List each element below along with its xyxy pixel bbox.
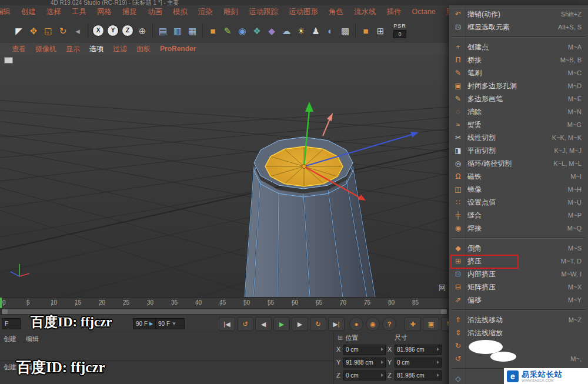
context-menu-item[interactable]: ◫ 镜像 M~H — [449, 183, 588, 196]
context-menu-item[interactable]: ◉ 焊接 M~Q — [449, 222, 588, 235]
context-menu-item[interactable]: ✎ 多边形画笔 M~E — [449, 92, 588, 105]
spinner-icon[interactable] — [381, 360, 383, 364]
y-lock-button[interactable]: Y — [106, 23, 120, 39]
menu-item[interactable]: 插件 — [382, 7, 407, 17]
context-menu-item[interactable]: ⇕ 沿法线缩放 — [449, 326, 588, 339]
menu-item[interactable]: 创建 — [16, 7, 41, 17]
rotate-tool-icon[interactable]: ↻ — [56, 23, 70, 39]
psr-value-field[interactable]: 0 — [393, 30, 406, 38]
size-field[interactable]: 81.986 cm — [395, 345, 442, 355]
menu-item[interactable]: 流水线 — [349, 7, 382, 17]
context-menu-item[interactable]: + 创建点 M~A — [449, 41, 588, 54]
toolbar-separator[interactable] — [85, 23, 91, 39]
autokey-button[interactable]: ◉ — [366, 317, 380, 331]
display-mode-icon[interactable]: ■ — [359, 23, 373, 39]
toolbar-separator[interactable] — [150, 23, 155, 39]
context-menu-item[interactable]: ≈ 熨烫 M~G — [449, 118, 588, 131]
snap-grid-icon[interactable]: ⊞ — [373, 23, 387, 39]
previous-frame-button[interactable]: ◀ — [255, 317, 272, 331]
z-lock-button[interactable]: Z — [121, 23, 135, 39]
context-menu-item[interactable]: ✎ 笔刷 M~C — [449, 66, 588, 79]
keyframe-help-button[interactable]: ? — [382, 317, 396, 331]
context-menu-item[interactable]: ⊡ 内部挤压 M~W, I — [449, 268, 588, 281]
sky-icon[interactable]: ◐ — [323, 23, 338, 39]
primitive-cube-icon[interactable]: ■ — [206, 23, 220, 39]
position-field[interactable]: 0 cm — [343, 370, 386, 380]
position-field[interactable]: 0 cm — [343, 345, 386, 355]
menu-item[interactable]: 脚本 — [441, 7, 449, 17]
context-menu-item[interactable]: Π 桥接 M~B, B — [449, 54, 588, 66]
size-field[interactable]: 0 cm — [395, 358, 442, 368]
context-menu-item[interactable]: ∷ 设置点值 M~U — [449, 196, 588, 209]
viewport[interactable]: 网 — [0, 55, 449, 298]
menu-item[interactable]: 动画 — [142, 7, 168, 17]
context-menu-item[interactable]: ◨ 平面切割 K~J, M~J — [449, 144, 588, 157]
next-key-button[interactable]: ↻ — [310, 317, 326, 331]
spinner-icon[interactable] — [381, 373, 383, 377]
figure-icon[interactable]: ♟ — [309, 23, 323, 39]
menu-item[interactable]: 选择 — [41, 7, 66, 17]
range-start-handle[interactable] — [2, 309, 8, 314]
context-menu-item[interactable]: ⇑ 沿法线移动 M~Z — [449, 313, 588, 326]
context-menu-item[interactable]: ⊟ 矩阵挤压 M~X — [449, 281, 588, 293]
panel-menu-item[interactable]: 创建 — [4, 335, 16, 343]
context-menu-item[interactable]: ╪ 缝合 M~P — [449, 209, 588, 222]
viewport-widget[interactable] — [4, 57, 13, 64]
render-settings-icon[interactable]: ▦ — [185, 23, 199, 39]
context-menu-item[interactable]: Ω 磁铁 M~I — [449, 170, 588, 183]
live-selection-icon[interactable]: ◤ — [12, 23, 26, 39]
viewport-menu-item[interactable]: 显示 — [61, 44, 85, 54]
menu-item[interactable]: 工具 — [66, 7, 92, 17]
spinner-icon[interactable] — [437, 373, 439, 377]
panel-menu-item[interactable]: 编辑 — [26, 335, 39, 343]
dropdown-arrow-icon[interactable]: ▼ — [172, 321, 176, 326]
menu-item[interactable]: 渲染 — [193, 7, 218, 17]
spline-pen-icon[interactable]: ✎ — [220, 23, 235, 39]
x-lock-button[interactable]: X — [91, 23, 105, 39]
menu-item[interactable]: 捕捉 — [117, 7, 142, 17]
viewport-menu-item[interactable]: 摄像机 — [31, 44, 61, 54]
previous-key-button[interactable]: ↺ — [237, 317, 253, 331]
menu-item[interactable]: 运动图形 — [283, 7, 323, 17]
current-frame-marker[interactable] — [0, 298, 2, 308]
context-menu-item[interactable]: ◌ 消除 M~N — [449, 105, 588, 118]
material-icon[interactable]: ▩ — [338, 23, 352, 39]
spinner-icon[interactable] — [381, 348, 383, 351]
toolbar-separator[interactable] — [353, 23, 358, 39]
context-menu-item[interactable]: ◎ 循环/路径切割 K~L, M~L — [449, 157, 588, 170]
toolbar-separator[interactable] — [200, 23, 205, 39]
menu-item[interactable]: Octane — [407, 8, 441, 16]
record-scale-toggle[interactable]: ▣ — [423, 317, 439, 331]
goto-end-button[interactable]: ▶| — [328, 317, 345, 331]
spinner-icon[interactable] — [437, 348, 439, 351]
mograph-icon[interactable]: ❖ — [250, 23, 264, 39]
gizmo-center-handle[interactable] — [302, 165, 306, 169]
record-position-toggle[interactable]: ✚ — [405, 317, 421, 331]
menu-item[interactable]: 模拟 — [168, 7, 193, 17]
context-menu-item[interactable]: ◆ 倒角 M~S — [449, 242, 588, 255]
panel-menu-item[interactable]: 创建 — [4, 363, 16, 372]
viewport-menu-prorender[interactable]: ProRender — [155, 45, 201, 53]
context-menu-item[interactable]: ⊡ 框显选取元素 Alt+S, S — [449, 21, 588, 34]
move-tool-icon[interactable]: ✥ — [26, 23, 41, 39]
size-field[interactable]: 81.986 cm — [395, 370, 442, 380]
site-logo[interactable]: e 易采站长站 WWW.EASCK.COM — [504, 368, 588, 384]
context-menu-item[interactable]: ↺ M~, — [449, 352, 588, 365]
menu-item[interactable]: 编辑 — [0, 7, 16, 17]
field-arrow-icon[interactable]: ▶ — [149, 321, 153, 326]
menu-item[interactable]: 网格 — [92, 7, 117, 17]
environment-icon[interactable]: ☁ — [279, 23, 293, 39]
spinner-icon[interactable] — [437, 360, 439, 364]
menu-item[interactable]: 雕刻 — [218, 7, 243, 17]
menu-item[interactable]: 角色 — [323, 7, 349, 17]
last-tool-icon[interactable]: ◂ — [71, 23, 85, 39]
light-icon[interactable]: ☀ — [294, 23, 308, 39]
next-frame-button[interactable]: ▶ — [292, 317, 308, 331]
frame-rate-field[interactable]: 90 F▼ — [155, 318, 185, 329]
goto-start-button[interactable]: |◀ — [219, 317, 235, 331]
viewport-menu-item[interactable]: 面板 — [132, 44, 155, 54]
viewport-menu-item[interactable]: 查看 — [7, 44, 31, 54]
context-menu-item[interactable]: ↶ 撤销(动作) Shift+Z — [449, 8, 588, 21]
scale-tool-icon[interactable]: ◱ — [41, 23, 55, 39]
context-menu-item[interactable]: ⊞ 挤压 M~T, D — [449, 255, 588, 268]
